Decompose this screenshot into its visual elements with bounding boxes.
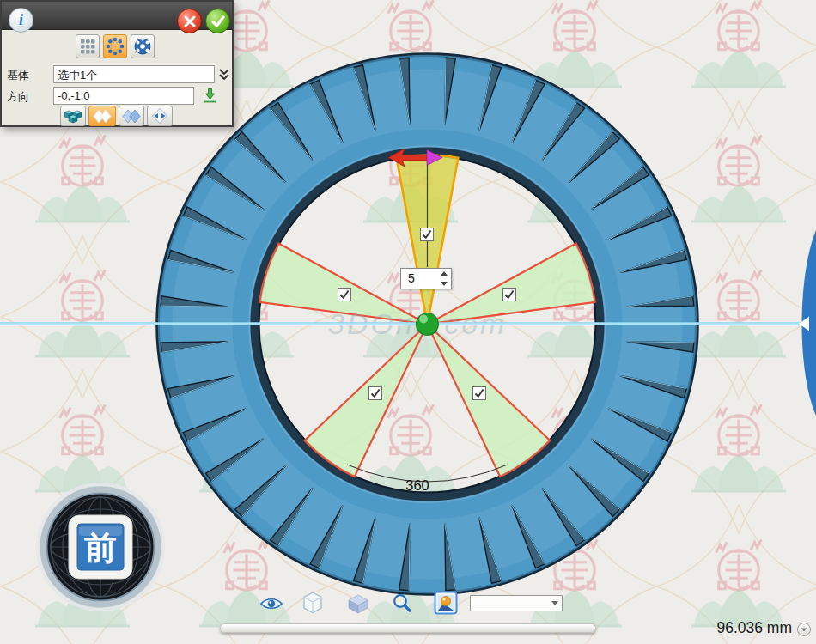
checkmark-icon [338, 289, 350, 301]
dialog-titlebar[interactable]: i [2, 2, 232, 30]
direction-field-label: 方向 [7, 89, 29, 105]
cubes-stack-icon [63, 108, 83, 125]
chevron-down-icon [801, 628, 807, 631]
count-spinner[interactable]: 5 [400, 268, 452, 289]
triangle-up-icon [441, 271, 448, 276]
checkmark-icon [473, 387, 485, 399]
zoom-button[interactable] [392, 592, 412, 613]
view-style-dropdown[interactable] [470, 595, 563, 611]
render-image-button[interactable] [434, 591, 458, 615]
magnifier-icon [394, 595, 410, 611]
bottom-panel-handle[interactable] [220, 623, 596, 633]
spin-up-button[interactable] [437, 269, 451, 279]
measurement-readout: 96.036 mm [709, 619, 792, 637]
chevron-down-icon [551, 601, 558, 605]
spin-down-button[interactable] [437, 279, 451, 289]
sphere-pattern-icon [133, 37, 152, 56]
circular-pattern-dialog: i [0, 0, 234, 127]
base-field[interactable]: 选中1个 [53, 65, 215, 83]
check-icon [211, 15, 225, 27]
shaded-display-button[interactable] [347, 593, 369, 614]
visibility-eye-button[interactable] [259, 596, 283, 611]
direction-field[interactable]: -0,-1,0 [53, 87, 194, 105]
pattern-alignment-option-button[interactable] [147, 106, 173, 126]
instance-checkbox[interactable] [502, 288, 516, 301]
white-diamonds-icon [92, 107, 113, 125]
wireframe-display-button[interactable] [302, 592, 323, 614]
confirm-button[interactable] [205, 9, 230, 33]
pattern-instance-option-button[interactable] [88, 106, 116, 126]
pattern-instance-wedge[interactable] [305, 325, 428, 477]
pattern-offset-option-button[interactable] [119, 106, 144, 126]
count-value: 5 [401, 269, 437, 289]
view-cube[interactable]: 前 [32, 478, 169, 616]
checkmark-icon [503, 289, 515, 301]
total-angle-label: 360 [405, 477, 429, 493]
base-field-label: 基体 [7, 68, 29, 83]
axis-cyan-core [0, 323, 816, 324]
measurement-expand-button[interactable] [797, 623, 811, 636]
diamond-arrows-icon [150, 106, 169, 125]
linear-pattern-icon [79, 38, 96, 55]
solid-cube-icon [349, 595, 368, 613]
linear-pattern-button[interactable] [76, 34, 100, 58]
pattern-instance-wedge[interactable] [428, 325, 551, 477]
circular-pattern-icon [106, 37, 125, 56]
instance-checkbox[interactable] [368, 386, 382, 400]
instance-checkbox[interactable] [420, 228, 434, 241]
sphere-pattern-button[interactable] [131, 34, 155, 58]
blue-diamonds-icon [121, 107, 142, 125]
pick-direction-icon[interactable] [203, 88, 217, 104]
checkmark-icon [369, 387, 381, 399]
wireframe-cube-icon [304, 592, 321, 613]
triangle-down-icon [441, 282, 448, 286]
spinner-buttons [437, 269, 451, 289]
close-icon [184, 15, 196, 27]
instance-checkbox[interactable] [472, 386, 486, 400]
cancel-button[interactable] [177, 9, 202, 33]
instance-checkbox[interactable] [338, 288, 351, 301]
circular-pattern-button[interactable] [103, 34, 127, 58]
application-window: 3DOne.com 360 5 [0, 0, 816, 644]
info-icon: i [19, 11, 23, 29]
expand-chevrons-icon[interactable] [218, 68, 230, 81]
info-button[interactable]: i [9, 8, 33, 33]
image-icon [435, 592, 457, 614]
view-face-label: 前 [84, 530, 117, 566]
checkmark-icon [421, 228, 433, 240]
pattern-body-option-button[interactable] [60, 106, 86, 126]
